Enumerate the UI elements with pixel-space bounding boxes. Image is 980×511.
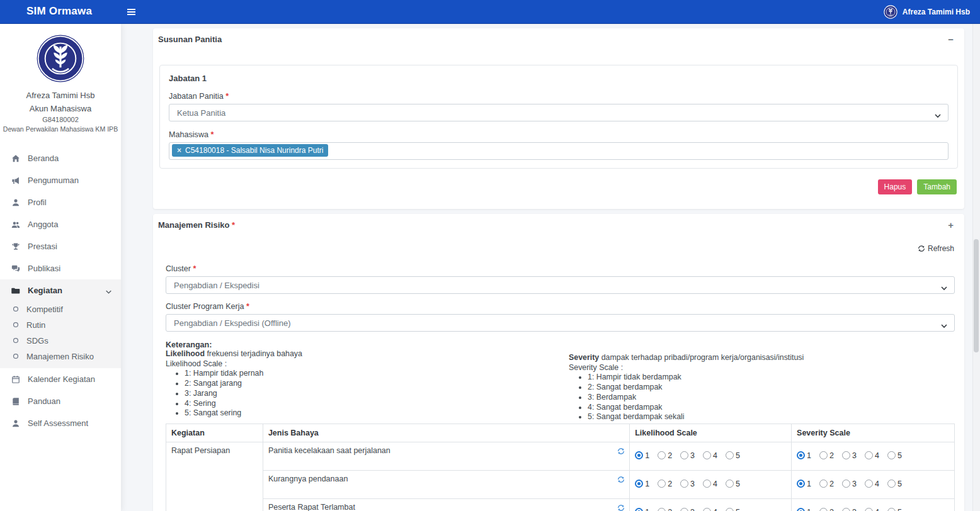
sidebar-item-sdgs[interactable]: SDGs [0,333,121,349]
sidebar-item-self-assessment[interactable]: Self Assessment [0,412,121,434]
sidebar-item-panduan[interactable]: Panduan [0,390,121,412]
radio-option-5[interactable]: 5 [887,508,902,511]
likelihood-radio-group[interactable]: 12345 [635,480,786,488]
radio-option-1[interactable]: 1 [635,451,649,460]
radio-option-4[interactable]: 4 [865,451,879,460]
circle-outline-icon [12,321,21,330]
radio-icon[interactable] [726,508,734,511]
radio-icon[interactable] [819,508,828,511]
sidebar-item-kalender-kegiatan[interactable]: Kalender Kegiatan [0,368,121,390]
radio-icon[interactable] [726,451,734,459]
radio-icon[interactable] [865,480,873,488]
radio-option-2[interactable]: 2 [819,508,834,511]
radio-icon[interactable] [703,508,711,511]
sidebar-item-beranda[interactable]: Beranda [0,147,121,169]
radio-icon[interactable] [887,451,896,459]
radio-icon[interactable] [865,451,873,459]
cluster-select[interactable]: Pengabdian / Ekspedisi [166,276,955,294]
radio-option-2[interactable]: 2 [658,451,672,460]
radio-option-3[interactable]: 3 [680,508,695,511]
radio-icon[interactable] [819,480,828,488]
sidebar-item-anggota[interactable]: Anggota [0,213,121,235]
severity-radio-group[interactable]: 12345 [797,480,949,488]
mahasiswa-multiselect[interactable]: × C54180018 - Salsabil Nisa Nurindra Put… [169,142,949,160]
hapus-button[interactable]: Hapus [878,179,913,194]
radio-option-3[interactable]: 3 [680,451,695,460]
radio-icon[interactable] [797,508,805,511]
radio-option-4[interactable]: 4 [703,480,717,488]
radio-option-1[interactable]: 1 [797,508,811,511]
sidebar-item-manajemen-risiko[interactable]: Manajemen Risiko [0,349,121,364]
radio-icon[interactable] [680,451,688,459]
radio-option-5[interactable]: 5 [726,508,740,511]
radio-icon[interactable] [797,451,805,459]
sidebar-item-kompetitif[interactable]: Kompetitif [0,301,121,317]
radio-option-2[interactable]: 2 [819,480,834,488]
radio-icon[interactable] [819,451,828,459]
radio-option-1[interactable]: 1 [635,508,649,511]
radio-icon[interactable] [703,451,711,459]
radio-option-1[interactable]: 1 [635,480,649,488]
radio-option-3[interactable]: 3 [842,480,857,488]
radio-option-4[interactable]: 4 [865,480,879,488]
sidebar-item-prestasi[interactable]: Prestasi [0,235,121,257]
refresh-link[interactable]: Refresh [918,244,954,253]
sidebar-item-pengumuman[interactable]: Pengumuman [0,169,121,191]
sidebar-item-kegiatan[interactable]: Kegiatan [0,279,121,301]
sidebar-toggle-icon[interactable] [127,0,142,24]
jabatan-panitia-select[interactable]: Ketua Panitia [169,104,949,121]
radio-icon[interactable] [842,451,850,459]
radio-option-3[interactable]: 3 [842,451,857,460]
likelihood-radio-group[interactable]: 12345 [635,451,786,460]
radio-option-1[interactable]: 1 [797,480,811,488]
radio-icon[interactable] [635,480,643,488]
radio-icon[interactable] [635,508,643,511]
radio-icon[interactable] [887,480,896,488]
tambah-button[interactable]: Tambah [917,179,957,194]
severity-radio-group[interactable]: 12345 [797,451,949,460]
navbar-user[interactable]: Afreza Tamimi Hsb [884,0,970,24]
radio-icon[interactable] [797,480,805,488]
scrollbar-thumb[interactable] [974,239,979,352]
radio-icon[interactable] [887,508,896,511]
row-refresh-icon[interactable] [617,447,625,455]
radio-option-5[interactable]: 5 [887,451,902,460]
radio-option-4[interactable]: 4 [865,508,879,511]
radio-option-4[interactable]: 4 [703,508,717,511]
radio-icon[interactable] [658,508,666,511]
row-refresh-icon[interactable] [617,504,625,511]
radio-icon[interactable] [680,508,688,511]
radio-option-1[interactable]: 1 [797,451,811,460]
radio-icon[interactable] [842,508,850,511]
sidebar-item-rutin[interactable]: Rutin [0,317,121,333]
collapse-icon[interactable]: − [948,36,954,43]
radio-option-5[interactable]: 5 [726,480,740,488]
radio-option-5[interactable]: 5 [726,451,740,460]
sidebar-item-publikasi[interactable]: Publikasi [0,257,121,279]
radio-icon[interactable] [635,451,643,459]
cluster-program-kerja-select[interactable]: Pengabdian / Ekspedisi (Offline) [166,314,955,332]
severity-radio-group[interactable]: 12345 [797,508,949,511]
keterangan-title: Keterangan: [166,340,955,349]
radio-icon[interactable] [658,480,666,488]
radio-icon[interactable] [658,451,666,459]
radio-option-3[interactable]: 3 [842,508,857,511]
radio-option-2[interactable]: 2 [819,451,834,460]
likelihood-radio-group[interactable]: 12345 [635,508,786,511]
radio-option-2[interactable]: 2 [658,508,672,511]
row-refresh-icon[interactable] [617,476,625,483]
radio-icon[interactable] [865,508,873,511]
radio-icon[interactable] [703,480,711,488]
radio-option-5[interactable]: 5 [887,480,902,488]
page-scrollbar[interactable] [972,24,980,511]
radio-icon[interactable] [726,480,734,488]
radio-option-2[interactable]: 2 [658,480,672,488]
remove-tag-icon[interactable]: × [177,146,181,155]
expand-icon[interactable]: + [948,222,954,229]
radio-option-4[interactable]: 4 [703,451,717,460]
sidebar-item-profil[interactable]: Profil [0,191,121,213]
radio-icon[interactable] [842,480,850,488]
app-brand[interactable]: SIM Ormawa [26,5,92,18]
radio-option-3[interactable]: 3 [680,480,695,488]
radio-icon[interactable] [680,480,688,488]
